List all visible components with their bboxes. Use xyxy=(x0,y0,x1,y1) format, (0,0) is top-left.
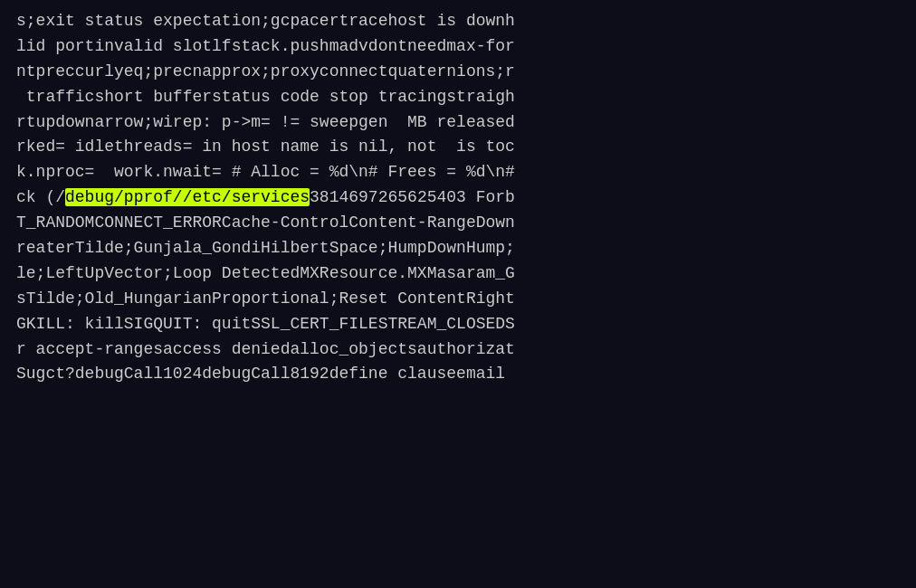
line-10: reaterTilde;Gunjala_GondiHilbertSpace;Hu… xyxy=(16,239,515,257)
line-12: sTilde;Old_HungarianProportional;Reset C… xyxy=(16,289,515,308)
line-8-prefix: ck (/ xyxy=(16,188,65,206)
line-7: k.nproc= work.nwait= # Alloc = %d\n# Fre… xyxy=(16,163,515,181)
line-6: rked= idlethreads= in host name is nil, … xyxy=(16,138,515,156)
line-15: Sugct?debugCall1024debugCall8192define c… xyxy=(16,365,505,383)
line-3: ntpreccurlyeq;precnapprox;proxyconnectqu… xyxy=(16,62,515,81)
line-4: trafficshort bufferstatus code stop trac… xyxy=(16,88,515,106)
line-13: GKILL: killSIGQUIT: quitSSL_CERT_FILESTR… xyxy=(16,315,515,333)
line-1: s;exit status expectation;gcpacertraceho… xyxy=(16,12,515,30)
line-5: rtupdownarrow;wirep: p->m= != sweepgen M… xyxy=(16,113,515,131)
line-8-suffix: 3814697265625403 Forb xyxy=(310,188,515,206)
code-display: s;exit status expectation;gcpacertraceho… xyxy=(0,0,916,588)
line-9: T_RANDOMCONNECT_ERRORCache-ControlConten… xyxy=(16,213,515,232)
line-2: lid portinvalid slotlfstack.pushmadvdont… xyxy=(16,37,515,55)
highlighted-text: debug/pprof//etc/services xyxy=(65,188,310,206)
line-11: le;LeftUpVector;Loop DetectedMXResource.… xyxy=(16,264,515,282)
line-14: r accept-rangesaccess deniedalloc_object… xyxy=(16,340,515,358)
